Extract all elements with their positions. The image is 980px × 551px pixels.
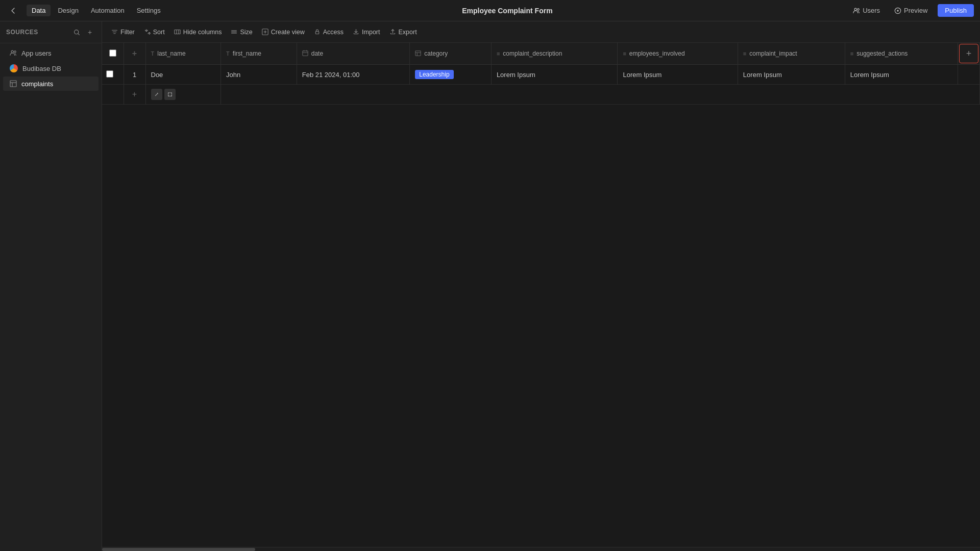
cell-value: Lorem Ipsum bbox=[497, 71, 535, 79]
import-button[interactable]: Import bbox=[349, 27, 384, 38]
cell-employees-involved[interactable]: Lorem Ipsum bbox=[618, 65, 738, 85]
header-last-name[interactable]: T last_name bbox=[145, 43, 221, 65]
category-badge: Leadership bbox=[415, 70, 453, 79]
add-row-checkbox-cell bbox=[102, 85, 124, 105]
col-header-label: date bbox=[311, 50, 323, 57]
header-first-name[interactable]: T first_name bbox=[221, 43, 297, 65]
access-label: Access bbox=[323, 29, 344, 36]
cell-complaint-description[interactable]: Lorem Ipsum bbox=[491, 65, 618, 85]
cell-value: Doe bbox=[151, 71, 163, 79]
header-add-column[interactable]: + bbox=[958, 43, 980, 65]
access-icon bbox=[314, 29, 321, 35]
table-row: 1 Doe John bbox=[102, 65, 980, 85]
options-type-icon bbox=[415, 50, 421, 57]
svg-rect-14 bbox=[315, 32, 319, 34]
svg-rect-15 bbox=[303, 51, 308, 56]
cell-date[interactable]: Feb 21 2024, 01:00 bbox=[297, 65, 410, 85]
cell-value: Lorem Ipsum bbox=[850, 71, 889, 79]
add-source-button[interactable]: + bbox=[84, 27, 95, 38]
text-type-icon: T bbox=[151, 51, 155, 57]
tab-automation[interactable]: Automation bbox=[86, 5, 130, 16]
hide-columns-button[interactable]: Hide columns bbox=[170, 27, 226, 38]
cell-last-name[interactable]: Doe bbox=[145, 65, 221, 85]
import-icon bbox=[353, 29, 359, 35]
publish-button[interactable]: Publish bbox=[938, 4, 974, 17]
add-row-row: + bbox=[102, 85, 980, 105]
edit-row-button[interactable] bbox=[151, 89, 162, 100]
sidebar-item-complaints[interactable]: complaints bbox=[3, 77, 99, 91]
export-button[interactable]: Export bbox=[385, 27, 421, 38]
sidebar-item-app-users[interactable]: App users bbox=[3, 46, 99, 60]
filter-label: Filter bbox=[120, 29, 135, 36]
sidebar: Sources + bbox=[0, 21, 102, 551]
header-suggested-actions[interactable]: ≡ suggested_actions bbox=[845, 43, 958, 65]
sidebar-item-label: complaints bbox=[21, 80, 53, 88]
size-label: Size bbox=[240, 29, 252, 36]
expand-row-button[interactable] bbox=[164, 89, 176, 100]
header-complaint-impact[interactable]: ≡ complaint_impact bbox=[738, 43, 845, 65]
svg-point-1 bbox=[857, 8, 860, 10]
col-header-label: first_name bbox=[233, 50, 261, 57]
table-header: + T last_name T first_na bbox=[102, 43, 980, 65]
cell-category[interactable]: Leadership bbox=[410, 65, 492, 85]
tab-data[interactable]: Data bbox=[27, 5, 51, 16]
sort-button[interactable]: Sort bbox=[140, 27, 169, 38]
row-number: 1 bbox=[133, 71, 136, 79]
col-header-label: complaint_impact bbox=[749, 50, 797, 57]
col-header-label: suggested_actions bbox=[856, 50, 908, 57]
row-checkbox[interactable] bbox=[106, 70, 113, 78]
tab-settings[interactable]: Settings bbox=[132, 5, 166, 16]
cell-complaint-impact[interactable]: Lorem Ipsum bbox=[738, 65, 845, 85]
users-button[interactable]: Users bbox=[849, 5, 884, 16]
horizontal-scrollbar[interactable] bbox=[102, 547, 980, 551]
filter-icon bbox=[111, 29, 118, 35]
header-complaint-description[interactable]: ≡ complaint_description bbox=[491, 43, 618, 65]
filter-button[interactable]: Filter bbox=[107, 27, 139, 38]
sidebar-title: Sources bbox=[6, 29, 38, 36]
row-actions bbox=[151, 89, 176, 100]
import-label: Import bbox=[362, 29, 380, 36]
nav-right: Users Preview Publish bbox=[849, 4, 974, 17]
header-category[interactable]: category bbox=[410, 43, 492, 65]
create-view-icon bbox=[262, 29, 268, 35]
content-area: Filter Sort Hide columns bbox=[102, 21, 980, 551]
tab-design[interactable]: Design bbox=[53, 5, 83, 16]
sidebar-header-icons: + bbox=[71, 27, 95, 38]
add-column-button[interactable]: + bbox=[959, 44, 978, 63]
hide-columns-icon bbox=[174, 29, 181, 35]
search-icon[interactable] bbox=[71, 27, 82, 38]
budibase-db-icon bbox=[9, 64, 18, 73]
row-num-cell: 1 bbox=[124, 65, 145, 85]
header-date[interactable]: date bbox=[297, 43, 410, 65]
preview-button[interactable]: Preview bbox=[890, 5, 932, 16]
cell-suggested-actions[interactable]: Lorem Ipsum bbox=[845, 65, 958, 85]
back-button[interactable] bbox=[6, 4, 20, 18]
header-employees-involved[interactable]: ≡ employees_involved bbox=[618, 43, 738, 65]
header-rownum-col: + bbox=[124, 43, 145, 65]
add-row-header-btn[interactable]: + bbox=[132, 49, 137, 58]
sort-icon bbox=[144, 29, 151, 35]
svg-rect-10 bbox=[175, 30, 180, 34]
cell-first-name[interactable]: John bbox=[221, 65, 297, 85]
col-header-label: last_name bbox=[157, 50, 185, 57]
access-button[interactable]: Access bbox=[310, 27, 348, 38]
cell-empty bbox=[958, 65, 980, 85]
add-row-button[interactable]: + bbox=[129, 89, 140, 100]
svg-point-5 bbox=[11, 51, 13, 53]
size-button[interactable]: Size bbox=[227, 27, 256, 38]
add-row-num-cell: + bbox=[124, 85, 145, 105]
data-table: + T last_name T first_na bbox=[102, 43, 980, 105]
scroll-thumb[interactable] bbox=[102, 548, 255, 551]
text-type-icon: ≡ bbox=[497, 51, 500, 57]
header-checkbox-col bbox=[102, 43, 124, 65]
sidebar-item-budibase-db[interactable]: Budibase DB bbox=[3, 61, 99, 76]
sidebar-sources: App users Budibase DB complaints bbox=[0, 43, 102, 93]
main-layout: Sources + bbox=[0, 21, 980, 551]
select-all-checkbox[interactable] bbox=[109, 49, 116, 57]
add-row-empty bbox=[221, 85, 980, 105]
export-icon bbox=[389, 29, 396, 35]
row-checkbox-cell bbox=[102, 65, 124, 85]
table-area[interactable]: + T last_name T first_na bbox=[102, 43, 980, 547]
create-view-button[interactable]: Create view bbox=[258, 27, 309, 38]
create-view-label: Create view bbox=[271, 29, 305, 36]
